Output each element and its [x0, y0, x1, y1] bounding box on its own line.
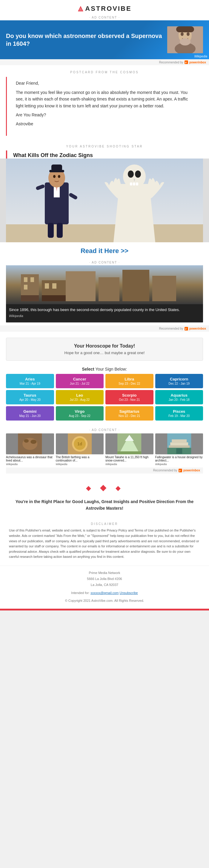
sign-name-sagittarius: Sagittarius: [107, 409, 152, 414]
sign-date-pisces: Feb 19 - Mar 20: [157, 414, 202, 417]
disclaimer-label: DISCLAIMER: [0, 518, 209, 528]
svg-rect-42: [24, 285, 28, 289]
footer-address-2: La Jolla, CA 92037: [6, 582, 203, 588]
svg-text:P: P: [185, 328, 187, 331]
email-wrapper: ASTROVIBE · AD CONTENT · Do you know whi…: [0, 0, 209, 611]
ad-banner-2-caption: Since 1896, this borough has been the se…: [6, 304, 203, 323]
footer: Prime Media Network 5666 La Jolla Blvd #…: [0, 566, 209, 609]
sign-btn-capricorn[interactable]: CapricornDec 22 - Jan 19: [155, 374, 203, 388]
sign-btn-scorpio[interactable]: ScorpioOct 23 - Nov 21: [105, 390, 153, 404]
logo-icon: [77, 5, 84, 12]
sign-date-capricorn: Dec 22 - Jan 19: [157, 382, 202, 385]
svg-point-51: [24, 439, 29, 443]
sign-btn-cancer[interactable]: CancerJun 21 - Jul 22: [56, 374, 104, 388]
footer-copyright: © Copyright 2021 AstroVibe.com. All Righ…: [6, 598, 203, 604]
svg-rect-41: [30, 277, 34, 282]
ad-banner-1-image: [167, 26, 203, 53]
sign-btn-gemini[interactable]: GeminiMay 21 - Jun 20: [6, 406, 54, 421]
ad-item-2[interactable]: Mount Takahe is a 11,350 ft high snow-co…: [105, 433, 153, 466]
sign-date-libra: Sep 23 - Dec 22: [107, 382, 152, 385]
footer-intended-label: Intended for:: [71, 591, 90, 595]
ad1-label: · AD CONTENT ·: [0, 14, 209, 20]
sign-date-taurus: Apr 20 - May 20: [8, 398, 52, 401]
postcard-line-4: Astrovibe: [16, 121, 194, 127]
sign-btn-pisces[interactable]: PiscesFeb 19 - Mar 20: [155, 406, 203, 421]
svg-rect-37: [99, 277, 119, 301]
sign-select-label: Select Your Sign Below:: [0, 364, 209, 374]
sign-btn-virgo[interactable]: VirgoAug 23 - Sep 22: [56, 406, 104, 421]
svg-point-19: [53, 175, 56, 178]
footer-unsubscribe[interactable]: Unsubscribe: [120, 591, 138, 595]
sign-name-aries: Aries: [8, 377, 52, 381]
svg-rect-63: [172, 439, 186, 443]
svg-rect-38: [123, 270, 149, 301]
svg-text:P: P: [179, 470, 181, 472]
sign-date-cancer: Jun 21 - Jul 22: [58, 382, 102, 385]
sign-btn-leo[interactable]: LeoJul 23 - Aug 22: [56, 390, 104, 404]
svg-rect-60: [117, 451, 141, 454]
ad-item-source-1: Wikipedia: [56, 463, 104, 466]
sign-name-libra: Libra: [107, 377, 152, 381]
read-link[interactable]: Read it Here >>: [81, 247, 128, 254]
ad1-powerinbox-text: powerinbox: [189, 61, 206, 64]
sign-btn-aquarius[interactable]: AquariusJan 20 - Feb 18: [155, 390, 203, 404]
sign-btn-aries[interactable]: AriesMar 21 - Apr 19: [6, 374, 54, 388]
sign-select-suffix: Your Sign Below:: [94, 367, 127, 371]
sign-name-leo: Leo: [58, 393, 102, 398]
diamond-1: ◆: [86, 484, 94, 492]
svg-rect-18: [51, 164, 62, 171]
ad-item-source-2: Wikipedia: [105, 463, 153, 466]
ad-item-title-3: Fallingwater is a house designed by arch…: [155, 456, 203, 462]
svg-rect-23: [48, 223, 54, 238]
ad2-recommended-label: Recommended by: [159, 327, 183, 330]
ad-item-title-2: Mount Takahe is a 11,350 ft high snow-co…: [105, 456, 153, 462]
ad-item-title-1: The British farthing was a continuation …: [56, 456, 104, 462]
sign-btn-libra[interactable]: LibraSep 23 - Dec 22: [105, 374, 153, 388]
ad-item-3[interactable]: Fallingwater is a house designed by arch…: [155, 433, 203, 466]
svg-point-28: [135, 170, 141, 178]
horoscope-title: Your Horoscope for Today!: [12, 343, 197, 349]
ad2-label: · AD CONTENT ·: [0, 259, 209, 265]
sign-btn-taurus[interactable]: TaurusApr 20 - May 20: [6, 390, 54, 404]
horoscope-box: Your Horoscope for Today! Hope for a goo…: [6, 338, 203, 361]
svg-rect-30: [130, 182, 132, 185]
ad-banner-2-image: [6, 265, 203, 304]
svg-rect-39: [152, 276, 176, 301]
ad-item-img-1: 1d: [56, 433, 104, 454]
svg-rect-7: [176, 26, 194, 32]
ad-row-powerinbox-icon: P: [179, 469, 182, 472]
wikipedia-badge: Wikipedia: [195, 55, 207, 58]
ad-item-0[interactable]: Achelousaurus was a dinosaur that lived …: [6, 433, 54, 466]
read-link-container[interactable]: Read it Here >>: [0, 242, 209, 259]
sign-date-sagittarius: Nov 22 - Dec 21: [107, 414, 152, 417]
ad-row-grid: Achelousaurus was a dinosaur that lived …: [6, 433, 203, 466]
sign-name-cancer: Cancer: [58, 377, 102, 381]
zodiac-image: [0, 158, 209, 242]
logo: ASTROVIBE: [77, 5, 131, 12]
sign-name-virgo: Virgo: [58, 409, 102, 414]
svg-rect-45: [21, 295, 39, 301]
diamonds: ◆ ◆ ◆: [0, 476, 209, 495]
svg-rect-32: [136, 182, 138, 185]
sign-date-aquarius: Jan 20 - Feb 18: [157, 398, 202, 401]
sign-btn-sagittarius[interactable]: SagittariusNov 22 - Dec 21: [105, 406, 153, 421]
ad-banner-1-text: Do you know which astronomer observed a …: [6, 32, 167, 48]
sign-name-scorpio: Scorpio: [107, 393, 152, 398]
postcard-line-3: Are You Ready?: [16, 112, 194, 118]
shooting-star-title-text: What Kills Off the Zodiac Signs: [13, 152, 93, 158]
svg-rect-24: [57, 223, 63, 238]
shooting-star-title: What Kills Off the Zodiac Signs: [6, 150, 203, 158]
ad-item-img-3: [155, 433, 203, 454]
ad-banner-1[interactable]: Do you know which astronomer observed a …: [0, 20, 209, 59]
ad-row-powerinbox-bar: Recommended by P powerinbox: [6, 467, 203, 473]
svg-text:P: P: [185, 61, 187, 64]
sign-name-gemini: Gemini: [8, 409, 52, 414]
logo-text: ASTROVIBE: [85, 5, 131, 12]
footer-email[interactable]: xxxxxx@gmail.com: [91, 591, 118, 595]
horoscope-subtitle: Hope for a good one… but maybe a great o…: [12, 350, 197, 355]
ad-item-1[interactable]: 1d The British farthing was a continuati…: [56, 433, 104, 466]
svg-point-20: [58, 175, 60, 178]
header: ASTROVIBE: [0, 0, 209, 14]
ad-banner-2[interactable]: Since 1896, this borough has been the se…: [6, 265, 203, 323]
ad-item-title-0: Achelousaurus was a dinosaur that lived …: [6, 456, 54, 462]
